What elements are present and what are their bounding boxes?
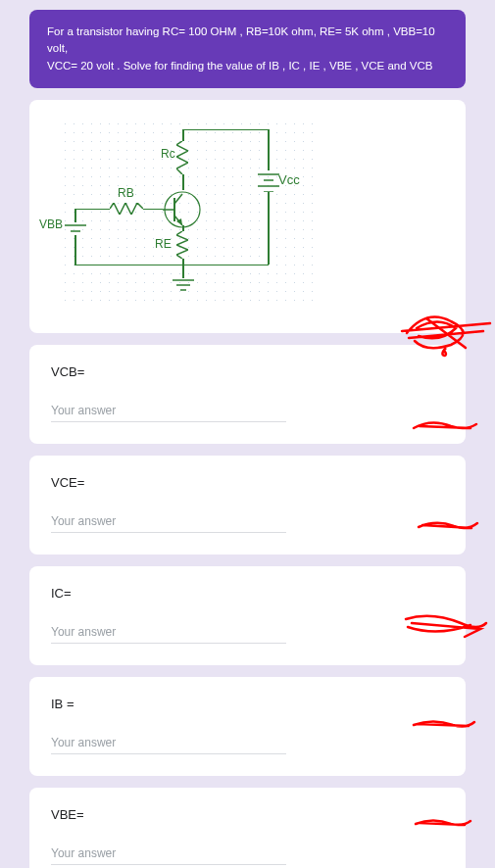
question-card-ic: IC= bbox=[29, 566, 466, 665]
question-label: VBE= bbox=[51, 807, 444, 822]
question-card-ib: IB = bbox=[29, 677, 466, 776]
header-line2: VCC= 20 volt . Solve for finding the val… bbox=[47, 60, 432, 72]
circuit-image-card: Rc Vcc bbox=[29, 100, 466, 333]
answer-input-ib[interactable] bbox=[51, 734, 286, 754]
question-card-vcb: VCB= bbox=[29, 345, 466, 444]
resistor-rc-icon bbox=[176, 141, 188, 174]
label-vbb: VBB bbox=[39, 217, 63, 231]
ground-icon bbox=[173, 278, 194, 296]
label-rc: Rc bbox=[161, 147, 175, 161]
question-label: IB = bbox=[51, 697, 444, 711]
question-card-vce: VCE= bbox=[29, 456, 466, 555]
answer-input-ic[interactable] bbox=[51, 623, 286, 644]
resistor-re-icon bbox=[176, 231, 188, 259]
resistor-rb-icon bbox=[110, 203, 143, 215]
answer-input-vcb[interactable] bbox=[51, 402, 286, 422]
question-label: VCE= bbox=[51, 475, 444, 490]
label-re: RE bbox=[155, 237, 172, 251]
answer-input-vbe[interactable] bbox=[51, 844, 286, 865]
question-card-vbe: VBE= bbox=[29, 788, 466, 868]
question-header: For a transistor having RC= 100 OHM , RB… bbox=[29, 10, 466, 88]
svg-line-7 bbox=[174, 194, 182, 204]
form-container: For a transistor having RC= 100 OHM , RB… bbox=[0, 0, 495, 868]
question-label: VCB= bbox=[51, 364, 444, 379]
question-label: IC= bbox=[51, 586, 444, 601]
answer-input-vce[interactable] bbox=[51, 512, 286, 533]
circuit-diagram: Rc Vcc bbox=[61, 120, 316, 306]
label-rb: RB bbox=[118, 186, 134, 200]
label-vcc: Vcc bbox=[278, 172, 300, 187]
header-line1: For a transistor having RC= 100 OHM , RB… bbox=[47, 25, 435, 54]
